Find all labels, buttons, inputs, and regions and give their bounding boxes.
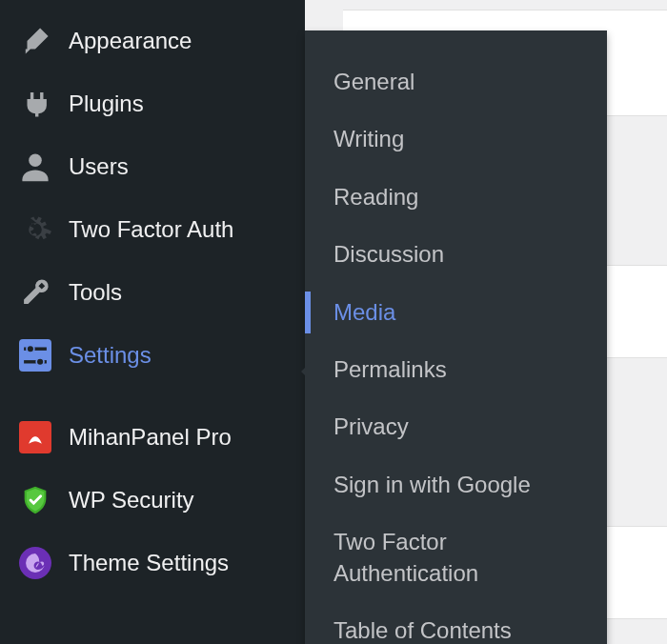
- submenu-item-media[interactable]: Media: [305, 284, 607, 341]
- submenu-item-sign-in-with-google[interactable]: Sign in with Google: [305, 456, 607, 513]
- submenu-item-table-of-contents[interactable]: Table of Contents: [305, 602, 607, 644]
- svg-point-4: [36, 358, 44, 366]
- sidebar-item-label: Plugins: [69, 91, 144, 117]
- sidebar-item-label: Users: [69, 153, 129, 180]
- settings-submenu: General Writing Reading Discussion Media…: [305, 30, 607, 644]
- submenu-item-reading[interactable]: Reading: [305, 169, 607, 226]
- submenu-item-discussion[interactable]: Discussion: [305, 226, 607, 283]
- sidebar-item-label: Appearance: [69, 28, 192, 54]
- svg-point-5: [19, 547, 51, 579]
- sliders-icon: [19, 339, 51, 372]
- submenu-item-privacy[interactable]: Privacy: [305, 398, 607, 455]
- sidebar-item-label: Two Factor Auth: [69, 216, 233, 243]
- submenu-item-permalinks[interactable]: Permalinks: [305, 341, 607, 398]
- user-icon: [19, 151, 51, 183]
- brush-icon: [19, 25, 51, 57]
- sidebar-item-label: Settings: [69, 342, 152, 369]
- wrench-icon: [19, 276, 51, 309]
- sidebar-item-wp-security[interactable]: WP Security: [0, 469, 305, 532]
- gear-icon: [19, 213, 51, 246]
- plug-icon: [19, 88, 51, 120]
- sidebar-item-label: Theme Settings: [69, 550, 229, 576]
- sidebar-item-label: MihanPanel Pro: [69, 424, 232, 451]
- mihanpanel-icon: [19, 421, 51, 453]
- sidebar-item-users[interactable]: Users: [0, 135, 305, 198]
- submenu-item-general[interactable]: General: [305, 53, 607, 111]
- sidebar-item-label: WP Security: [69, 487, 194, 513]
- submenu-item-two-factor-authentication[interactable]: Two Factor Authentication: [305, 513, 607, 602]
- admin-sidebar: Appearance Plugins Users Two Factor Auth…: [0, 0, 305, 644]
- sidebar-item-label: Tools: [69, 279, 122, 306]
- sidebar-item-appearance[interactable]: Appearance: [0, 10, 305, 72]
- sidebar-item-plugins[interactable]: Plugins: [0, 72, 305, 135]
- shield-icon: [19, 484, 51, 516]
- sidebar-item-two-factor-auth[interactable]: Two Factor Auth: [0, 198, 305, 261]
- svg-point-3: [27, 345, 34, 352]
- submenu-item-writing[interactable]: Writing: [305, 111, 607, 168]
- sidebar-item-theme-settings[interactable]: Theme Settings: [0, 532, 305, 594]
- swirl-icon: [19, 547, 51, 579]
- sidebar-item-mihanpanel-pro[interactable]: MihanPanel Pro: [0, 406, 305, 469]
- svg-point-0: [29, 153, 42, 167]
- sidebar-item-settings[interactable]: Settings: [0, 324, 305, 387]
- sidebar-item-tools[interactable]: Tools: [0, 261, 305, 324]
